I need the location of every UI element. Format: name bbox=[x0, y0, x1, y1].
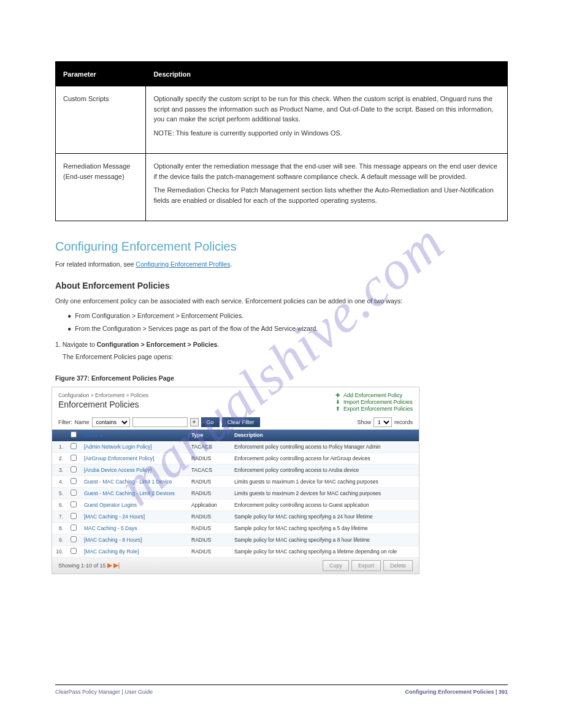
body-paragraph: Only one enforcement policy can be assoc… bbox=[55, 297, 508, 306]
filter-bar: Filter: Name contains + Go Clear Filter … bbox=[52, 415, 419, 430]
row-name[interactable]: [Aruba Device Access Policy] bbox=[80, 464, 188, 476]
row-checkbox[interactable] bbox=[71, 513, 77, 519]
row-type: RADIUS bbox=[188, 452, 231, 464]
select-all-checkbox[interactable] bbox=[71, 431, 77, 438]
row-num: 5. bbox=[52, 487, 67, 499]
text: For related information, see bbox=[55, 260, 136, 268]
plus-icon: ✚ bbox=[335, 392, 341, 398]
row-type: RADIUS bbox=[188, 476, 231, 487]
col-header-type[interactable]: Type bbox=[188, 430, 231, 441]
row-checkbox[interactable] bbox=[71, 490, 77, 496]
table-row[interactable]: 8.MAC Caching - 5 DaysRADIUSSample polic… bbox=[52, 522, 419, 534]
delete-button[interactable]: Delete bbox=[383, 560, 413, 571]
bullet-list: ● From Configuration > Enforcement > Enf… bbox=[55, 311, 508, 335]
row-checkbox-cell bbox=[67, 545, 80, 557]
row-checkbox-cell bbox=[67, 510, 80, 522]
table-footer: Showing 1-10 of 15 ▶ ▶| Copy Export Dele… bbox=[52, 558, 419, 574]
add-filter-button[interactable]: + bbox=[190, 418, 199, 427]
row-num: 9. bbox=[52, 534, 67, 545]
show-records-select[interactable]: 10 bbox=[373, 417, 392, 427]
row-num: 8. bbox=[52, 522, 67, 534]
clear-filter-button[interactable]: Clear Filter bbox=[222, 417, 260, 427]
row-checkbox-cell bbox=[67, 464, 80, 476]
row-name[interactable]: Guest Operator Logins bbox=[80, 499, 188, 510]
table-row[interactable]: 2.[AirGroup Enforcement Policy]RADIUSEnf… bbox=[52, 452, 419, 464]
row-desc: Limits guests to maximum 1 device for MA… bbox=[231, 476, 419, 487]
row-num: 3. bbox=[52, 464, 67, 476]
nav-path: Configuration > Enforcement > Policies bbox=[97, 341, 218, 348]
row-desc: Enforcement policy controlling access to… bbox=[231, 499, 419, 510]
row-checkbox-cell bbox=[67, 452, 80, 464]
row-name[interactable]: [MAC Caching - 8 Hours] bbox=[80, 534, 188, 545]
desc-note: NOTE: This feature is currently supporte… bbox=[153, 128, 500, 138]
table-row[interactable]: 3.[Aruba Device Access Policy]TACACSEnfo… bbox=[52, 464, 419, 476]
row-name[interactable]: MAC Caching - 5 Days bbox=[80, 522, 188, 534]
table-row[interactable]: 5.Guest - MAC Caching - Limit 2 DevicesR… bbox=[52, 487, 419, 499]
table-row: Custom Scripts Optionally specify the cu… bbox=[56, 86, 508, 154]
section-title: Configuring Enforcement Policies bbox=[55, 240, 508, 254]
link-enforcement-profiles[interactable]: Configuring Enforcement Profiles bbox=[136, 260, 230, 268]
desc-cell: Optionally specify the custom script to … bbox=[146, 86, 508, 154]
row-type: RADIUS bbox=[188, 522, 231, 534]
row-checkbox[interactable] bbox=[71, 536, 77, 542]
parameter-table: Parameter Description Custom Scripts Opt… bbox=[55, 61, 508, 221]
row-type: RADIUS bbox=[188, 534, 231, 545]
param-cell: Custom Scripts bbox=[56, 86, 146, 154]
show-label: Show bbox=[357, 419, 371, 425]
figure-caption: Figure 377: Enforcement Policies Page bbox=[55, 374, 508, 382]
row-desc: Enforcement policy controlling access to… bbox=[231, 464, 419, 476]
table-row[interactable]: 1.[Admin Network Login Policy]TACACSEnfo… bbox=[52, 441, 419, 452]
row-desc: Enforcement policy controlling access to… bbox=[231, 441, 419, 452]
row-type: TACACS bbox=[188, 441, 231, 452]
page-footer: ClearPass Policy Manager | User Guide Co… bbox=[55, 684, 508, 695]
row-name[interactable]: Guest - MAC Caching - Limit 2 Devices bbox=[80, 487, 188, 499]
row-checkbox-cell bbox=[67, 534, 80, 545]
row-num: 2. bbox=[52, 452, 67, 464]
table-header-parameter: Parameter bbox=[56, 62, 146, 86]
row-checkbox[interactable] bbox=[71, 501, 77, 507]
row-name[interactable]: [AirGroup Enforcement Policy] bbox=[80, 452, 188, 464]
row-type: RADIUS bbox=[188, 545, 231, 557]
row-name[interactable]: Guest - MAC Caching - Limit 1 Device bbox=[80, 476, 188, 487]
filter-operator-select[interactable]: contains bbox=[92, 417, 130, 427]
export-enforcement-policies-link[interactable]: ⬆ Export Enforcement Policies bbox=[335, 406, 413, 412]
copy-button[interactable]: Copy bbox=[323, 560, 349, 571]
table-row[interactable]: 6.Guest Operator LoginsApplicationEnforc… bbox=[52, 499, 419, 510]
row-desc: Enforcement policy controlling access fo… bbox=[231, 452, 419, 464]
import-icon: ⬇ bbox=[335, 399, 341, 405]
table-row[interactable]: 4.Guest - MAC Caching - Limit 1 DeviceRA… bbox=[52, 476, 419, 487]
row-num: 7. bbox=[52, 510, 67, 522]
row-checkbox[interactable] bbox=[71, 478, 77, 484]
row-name[interactable]: [Admin Network Login Policy] bbox=[80, 441, 188, 452]
filter-value-input[interactable] bbox=[132, 417, 188, 427]
row-checkbox[interactable] bbox=[71, 548, 77, 554]
table-header-description: Description bbox=[146, 62, 508, 86]
bullet-text: From the Configuration > Services page a… bbox=[75, 325, 318, 332]
table-row[interactable]: 9.[MAC Caching - 8 Hours]RADIUSSample po… bbox=[52, 534, 419, 545]
export-button[interactable]: Export bbox=[351, 560, 381, 571]
text: . bbox=[230, 260, 232, 268]
row-checkbox[interactable] bbox=[71, 443, 77, 449]
param-cell: Remediation Message (End-user message) bbox=[56, 154, 146, 221]
row-name[interactable]: [MAC Caching - 24 Hours] bbox=[80, 510, 188, 522]
list-item: ● From Configuration > Enforcement > Enf… bbox=[67, 311, 508, 321]
policies-table: # Name ▴ Type Description 1.[Admin Netwo… bbox=[52, 430, 419, 558]
row-checkbox-cell bbox=[67, 441, 80, 452]
col-header-checkbox bbox=[67, 430, 80, 441]
col-header-description[interactable]: Description bbox=[231, 430, 419, 441]
last-page-icon[interactable]: ▶| bbox=[113, 561, 120, 569]
text: 1. Navigate to bbox=[55, 341, 97, 348]
row-name[interactable]: [MAC Caching By Role] bbox=[80, 545, 188, 557]
row-checkbox[interactable] bbox=[71, 455, 77, 461]
row-checkbox[interactable] bbox=[71, 525, 77, 531]
go-button[interactable]: Go bbox=[201, 417, 220, 427]
list-item: ● From the Configuration > Services page… bbox=[67, 324, 508, 334]
table-row[interactable]: 10.[MAC Caching By Role]RADIUSSample pol… bbox=[52, 545, 419, 557]
col-header-name[interactable]: Name ▴ bbox=[80, 430, 188, 441]
table-row[interactable]: 7.[MAC Caching - 24 Hours]RADIUSSample p… bbox=[52, 510, 419, 522]
next-page-icon[interactable]: ▶ bbox=[107, 561, 112, 569]
row-checkbox[interactable] bbox=[71, 466, 77, 472]
row-desc: Limits guests to maximum 2 devices for M… bbox=[231, 487, 419, 499]
import-enforcement-policies-link[interactable]: ⬇ Import Enforcement Policies bbox=[335, 399, 413, 405]
add-enforcement-policy-link[interactable]: ✚ Add Enforcement Policy bbox=[335, 392, 413, 398]
